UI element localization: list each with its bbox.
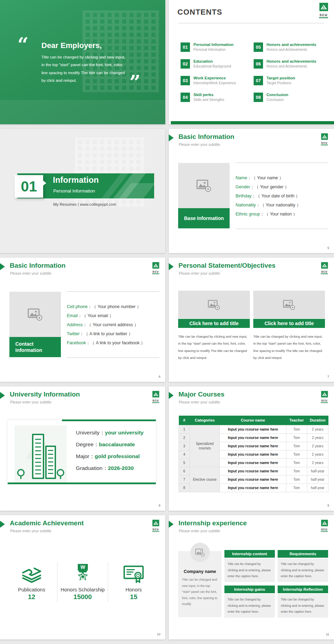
block-title: Requirements — [278, 550, 328, 558]
slide-university-information[interactable]: University Information Please enter your… — [0, 386, 165, 511]
scu-logo-text: SCU — [321, 528, 328, 531]
slide-academic-achievement[interactable]: Academic Achievement Please enter your s… — [0, 515, 165, 639]
slide-contact-information[interactable]: Basic Information Please enter your subt… — [0, 258, 165, 382]
slide-internship-experience[interactable]: Internship experience Please enter your … — [169, 515, 334, 639]
contents-item[interactable]: 04Skill perksSkills and Strengths — [181, 93, 254, 102]
course-name-cell: Input you rcourse name here — [220, 442, 286, 450]
university-detail-list: University：your university Degree：baccal… — [76, 427, 144, 474]
page-number: 10 — [157, 633, 160, 636]
card-bottom-line — [8, 482, 156, 484]
item-number-badge: 07 — [254, 76, 263, 85]
scholarship-medal-icon: W — [57, 561, 108, 584]
item-title: Education — [193, 59, 231, 64]
slide-base-information[interactable]: Basic Information Please enter your subt… — [169, 129, 334, 253]
scu-logo-caption — [321, 274, 328, 275]
info-row: Email：（ Your email ） — [67, 311, 159, 320]
stat-label: Publications — [6, 587, 57, 592]
slide-major-courses[interactable]: Major Courses Please enter your subtitle… — [169, 386, 334, 511]
info-value: （ Your current address ） — [87, 322, 138, 327]
colon: ： — [89, 453, 95, 459]
info-label: Email — [67, 313, 78, 318]
row-number: 5 — [179, 458, 190, 467]
item-title: Work Experience — [193, 76, 236, 81]
image-placeholder-icon — [27, 308, 43, 321]
stat-item: Honors 15 — [108, 561, 159, 603]
slide-subtitle: Please enter your subtitle — [179, 271, 220, 275]
card-body-text: Title can be changed by clicking and new… — [178, 333, 250, 362]
info-label: Twitter — [67, 331, 80, 336]
contents-item[interactable]: 07Target positionTarget Positions — [254, 76, 332, 85]
item-title: Target position — [267, 76, 295, 81]
scu-logo-caption — [152, 532, 159, 532]
row-number: 3 — [179, 442, 190, 450]
contents-item[interactable]: 02EducationEducational Background — [181, 59, 254, 69]
stat-item: W Honors Scholarship 15000 — [57, 561, 109, 603]
scu-logo: SCU — [319, 262, 330, 275]
detail-label: Major — [76, 453, 89, 459]
contents-item[interactable]: 01Personal InformationPersonal Informati… — [181, 42, 254, 52]
contents-list: 01Personal InformationPersonal Informati… — [181, 42, 332, 102]
photo-placeholder[interactable] — [178, 163, 230, 208]
teacher-cell: Tom — [286, 484, 307, 492]
item-subtitle: Conclusion — [267, 97, 288, 102]
add-title-button[interactable]: Click here to add title — [178, 319, 250, 328]
detail-label: Degree — [76, 441, 94, 447]
company-description: Title can be changed and new input, in t… — [182, 577, 218, 607]
scu-logo-caption — [321, 532, 328, 532]
scu-logo-mark-icon — [321, 262, 328, 269]
contents-item[interactable]: 08ConclusionConclusion — [254, 93, 332, 102]
photo-placeholder[interactable] — [9, 292, 61, 337]
info-value: （ A link to your facebook ） — [90, 340, 145, 345]
colon: ： — [83, 322, 87, 327]
scu-logo-text: SCU — [152, 399, 159, 402]
item-subtitle: Honors and Achievements — [267, 64, 316, 69]
image-placeholder-icon — [195, 548, 205, 557]
course-name-cell: Input you rcourse name here — [220, 458, 286, 467]
scu-logo-text: SCU — [321, 270, 328, 274]
detail-value: gold professional — [95, 453, 140, 459]
teacher-cell: Tom — [286, 467, 307, 475]
scu-logo: SCU — [150, 262, 161, 275]
stat-label: Honors — [108, 587, 159, 592]
publications-books-icon — [6, 561, 57, 584]
contents-item[interactable]: 05Honors and achievementsHonors and Achi… — [254, 42, 332, 52]
stat-value: 12 — [6, 593, 57, 601]
scu-logo-caption — [319, 18, 328, 19]
company-photo-placeholder[interactable] — [190, 543, 210, 562]
scu-logo-text: SCU — [152, 270, 159, 274]
row-number: 8 — [179, 484, 190, 492]
contents-item[interactable]: 06Honors and achievementsHonors and Achi… — [254, 59, 332, 69]
add-title-button[interactable]: Click here to add title — [253, 319, 325, 328]
duration-cell: half-year — [307, 475, 328, 484]
internship-block: Internship gains Title can be changed by… — [224, 586, 275, 618]
title-arrow-icon — [169, 263, 174, 270]
slide-cover[interactable]: “ Dear Employers, Title can be changed b… — [0, 0, 165, 124]
info-list: Cell phone：（ Your phone number ） Email：（… — [67, 291, 159, 358]
course-name-cell: Input you rcourse name here — [220, 450, 286, 458]
detail-row: University：your university — [76, 427, 144, 439]
page-number: 6 — [159, 375, 160, 378]
photo-placeholder[interactable] — [253, 291, 325, 319]
scu-logo-mark-icon — [152, 262, 159, 269]
duration-cell: 2 years — [307, 442, 328, 450]
slide-section-01[interactable]: 01 Information Personal Information My R… — [0, 129, 165, 253]
scu-logo-text: SCU — [321, 399, 328, 402]
colon: ： — [86, 340, 90, 345]
detail-row: Graduation：2026-2030 — [76, 462, 144, 474]
item-number-badge: 04 — [181, 93, 190, 102]
scu-logo: SCU — [150, 391, 161, 403]
detail-value: 2026-2030 — [108, 465, 134, 471]
item-subtitle: Skills and Strengths — [193, 97, 224, 102]
detail-label: University — [76, 430, 100, 435]
slide-subtitle: Please enter your subtitle — [179, 142, 220, 147]
info-value: （ Your name ） — [252, 175, 284, 180]
item-number-badge: 01 — [181, 42, 190, 52]
row-number: 7 — [179, 475, 190, 484]
contents-item[interactable]: 03Work ExperienceInternship/Work Experie… — [181, 76, 254, 85]
slide-contents[interactable]: CONTENTS SCU 01Personal InformationPerso… — [169, 0, 334, 124]
scu-logo-mark-icon — [321, 391, 328, 398]
slide-personal-statement[interactable]: Personal Statement/Objectives Please ent… — [169, 258, 334, 382]
photo-placeholder[interactable] — [178, 291, 250, 319]
course-name-cell: Input you rcourse name here — [220, 475, 286, 484]
block-title: Internship gains — [224, 586, 275, 593]
